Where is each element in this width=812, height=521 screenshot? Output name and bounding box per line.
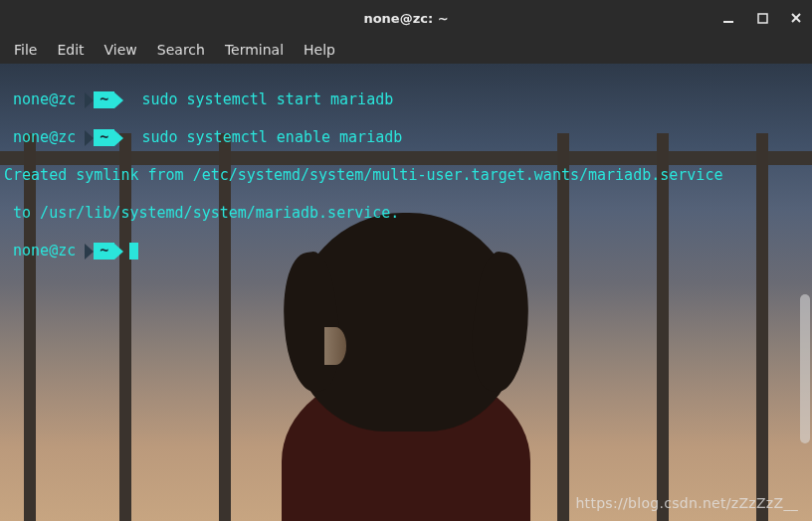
close-button[interactable] xyxy=(788,10,804,26)
menu-terminal[interactable]: Terminal xyxy=(217,38,292,62)
minimize-button[interactable] xyxy=(720,10,736,26)
prompt-chevron-icon xyxy=(85,130,94,146)
terminal-cursor xyxy=(129,243,138,260)
command-text: sudo systemctl enable mariadb xyxy=(141,128,402,146)
maximize-button[interactable] xyxy=(754,10,770,26)
prompt-chevron-icon xyxy=(114,130,123,146)
svg-rect-1 xyxy=(758,14,767,23)
prompt-user-host: none@zc xyxy=(13,128,76,146)
prompt-path: ~ xyxy=(94,91,114,108)
prompt-chevron-icon xyxy=(114,92,123,108)
prompt-chevron-icon xyxy=(114,244,123,260)
watermark-text: https://blog.csdn.net/zZzZzZ__ xyxy=(575,495,798,511)
menubar: File Edit View Search Terminal Help xyxy=(0,36,812,64)
window-controls xyxy=(720,10,804,26)
output-line: to /usr/lib/systemd/system/mariadb.servi… xyxy=(4,204,798,223)
prompt-path: ~ xyxy=(94,129,114,146)
terminal-viewport[interactable]: none@zc ~ sudo systemctl start mariadb n… xyxy=(0,64,812,521)
prompt-user-host: none@zc xyxy=(13,90,76,108)
terminal-output: none@zc ~ sudo systemctl start mariadb n… xyxy=(0,64,798,298)
prompt-chevron-icon xyxy=(85,244,94,260)
menu-help[interactable]: Help xyxy=(296,38,343,62)
prompt-chevron-icon xyxy=(85,92,94,108)
window-title: none@zc: ~ xyxy=(363,11,448,26)
output-line: Created symlink from /etc/systemd/system… xyxy=(4,166,798,185)
scrollbar-thumb[interactable] xyxy=(800,294,810,443)
menu-edit[interactable]: Edit xyxy=(49,38,92,62)
prompt-path: ~ xyxy=(94,243,114,260)
command-text: sudo systemctl start mariadb xyxy=(141,90,393,108)
menu-search[interactable]: Search xyxy=(149,38,213,62)
titlebar: none@zc: ~ xyxy=(0,0,812,36)
prompt-user-host: none@zc xyxy=(13,242,76,260)
menu-file[interactable]: File xyxy=(6,38,45,62)
menu-view[interactable]: View xyxy=(97,38,145,62)
